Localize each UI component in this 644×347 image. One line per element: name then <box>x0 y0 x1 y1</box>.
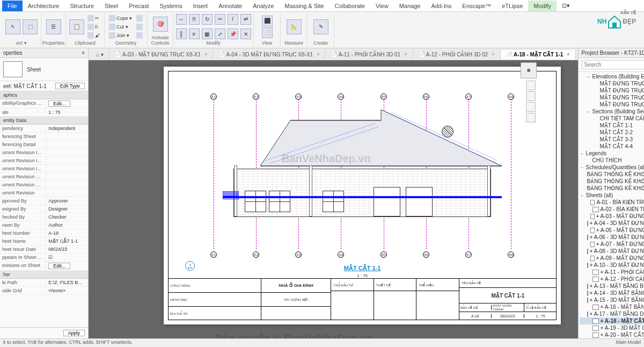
apply-button[interactable]: Apply <box>63 330 85 336</box>
tree-item[interactable]: −Sections (Building Section) <box>580 108 644 115</box>
tree-item[interactable]: + A-12 - PHỐI CẢNH 3D 02 <box>580 276 644 283</box>
property-row[interactable]: pproved ByApprover <box>0 197 88 205</box>
view-tab[interactable]: 📄 A-12 - PHỐI CẢNH 3D 02× <box>413 50 501 59</box>
create-icon[interactable]: ✎ <box>313 19 328 34</box>
copy-icon[interactable]: ⎘ <box>86 23 101 31</box>
edit-button[interactable]: Edit... <box>48 100 70 107</box>
tree-item[interactable]: + A-19 - 3D MẶT CẮT 1-1 <box>580 324 644 331</box>
tree-item[interactable]: + A-15 - 3D MẶT BẰNG BỐ TRÍ VẬT DỤNG <box>580 297 644 303</box>
tree-item[interactable]: + A-16 - MẶT BẰNG LÁT GẠCH <box>580 303 644 310</box>
ribbon-tab-etlipse[interactable]: eTLipse <box>496 1 528 11</box>
ribbon-tab-steel[interactable]: Steel <box>99 1 123 11</box>
view-tab[interactable]: 📄 A-04 - 3D MẶT ĐỨNG TRỤC X8-X1× <box>213 50 325 59</box>
tree-item[interactable]: MẶT ĐỨNG TRỤC Y1-Y7 <box>580 94 644 101</box>
array-icon[interactable]: ▦ <box>202 28 213 39</box>
zoom-icon[interactable] <box>526 102 536 112</box>
activate-icon[interactable]: 🎯 <box>153 17 168 32</box>
property-row[interactable]: esigned ByDesigner <box>0 205 88 213</box>
tree-item[interactable]: CHÚ THÍCH <box>580 157 644 164</box>
tree-item[interactable]: MẶT ĐỨNG TRỤC X1-X8 <box>580 80 644 87</box>
ribbon-tab-architecture[interactable]: Architecture <box>23 1 65 11</box>
ribbon-tab-massingsite[interactable]: Massing & Site <box>279 1 329 11</box>
tree-item[interactable]: + A-08 - 3D MẶT ĐỨNG TRỤC Y7-Y1 <box>580 248 644 255</box>
properties-icon[interactable]: ☰ <box>46 19 61 34</box>
property-row[interactable]: pendencyIndependent <box>0 125 88 133</box>
view-tab[interactable]: 📄 A-11 - PHỐI CẢNH 3D 01× <box>325 50 413 59</box>
delete-icon[interactable]: ✕ <box>240 28 251 39</box>
property-row[interactable]: heet NameMẶT CẮT 1-1 <box>0 237 88 245</box>
property-row[interactable]: urrent Revision Date <box>0 173 88 181</box>
copy-icon[interactable]: ⎘ <box>189 14 200 25</box>
tree-item[interactable]: MẶT CẮT 4-4 <box>580 143 644 150</box>
tree-item[interactable]: + A-09 - MẶT ĐỨNG TRỤC X1-X8 <box>580 255 644 262</box>
property-row[interactable]: urrent Revision Issued To <box>0 165 88 173</box>
offset-icon[interactable]: ║ <box>176 28 187 39</box>
view-tab-home[interactable]: ⌂ ▾ <box>91 50 109 59</box>
tree-item[interactable]: + A-17 - MẶT BẰNG DIỆN TÍCH SỬ DỤNG <box>580 310 644 317</box>
ribbon-tab-modify[interactable]: Modify <box>528 1 556 11</box>
close-tab-icon[interactable]: × <box>567 52 569 57</box>
nav-wheel-icon[interactable] <box>526 81 536 90</box>
close-tab-icon[interactable]: × <box>492 52 494 57</box>
ribbon-tab-addins[interactable]: Add-Ins <box>426 1 457 11</box>
orbit-icon[interactable] <box>526 113 536 122</box>
property-row[interactable]: heet NumberA-18 <box>0 229 88 237</box>
ribbon-tab-insert[interactable]: Insert <box>188 1 214 11</box>
tree-item[interactable]: MẶT ĐỨNG TRỤC Y7-Y1 <box>580 101 644 108</box>
view-cube[interactable]: ▦ <box>521 62 537 78</box>
tree-item[interactable]: + A-07 - MẶT ĐỨNG TRỤC Y7-Y1 <box>580 241 644 248</box>
tree-item[interactable]: + A-06 - 3D MẶT ĐỨNG TRỤC Y1-Y7 <box>580 234 644 241</box>
tree-item[interactable]: MẶT CẮT 3-3 <box>580 136 644 143</box>
split-icon[interactable]: / <box>228 14 238 25</box>
tree-item[interactable]: BẢNG THỐNG KÊ KHỐI LƯỢNG GẠCH ỐNG T <box>580 185 644 192</box>
ribbon-tab-annotate[interactable]: Annotate <box>213 1 247 11</box>
rotate-icon[interactable]: ↻ <box>202 14 213 25</box>
property-row[interactable]: urrent Revision Issued <box>0 149 88 157</box>
ribbon-tab-precast[interactable]: Precast <box>123 1 154 11</box>
modify-icon[interactable]: ↖ <box>5 19 20 34</box>
property-row[interactable]: ppears In Sheet List☑ <box>0 254 88 262</box>
tree-item[interactable]: −Elevations (Building Elevation) <box>580 73 644 80</box>
view-tab[interactable]: 📄 A-18 - MẶT CẮT 1-1× <box>501 50 576 59</box>
trim-icon[interactable]: ✂ <box>215 14 225 25</box>
tree-item[interactable]: + A-05 - MẶT ĐỨNG TRỤC Y1-Y7 <box>580 227 644 234</box>
ribbon-tab-view[interactable]: View <box>370 1 394 11</box>
tree-item[interactable]: MẶT CẮT 2-2 <box>580 129 644 136</box>
measure-icon[interactable]: 📐 <box>287 19 302 34</box>
property-row[interactable]: rawn ByAuthor <box>0 221 88 229</box>
pan-icon[interactable] <box>526 91 536 101</box>
search-input[interactable] <box>582 60 644 69</box>
tree-item[interactable]: BẢNG THỐNG KÊ KHỐI LƯỢNG GẠCH ỐNG <box>580 178 644 185</box>
tree-item[interactable]: BẢNG THỐNG KÊ KHỐI LƯỢNG GẠCH THẺ T <box>580 171 644 178</box>
property-row[interactable]: ale1 : 75 <box>0 109 88 117</box>
property-row[interactable]: ferencing Sheet <box>0 133 88 141</box>
property-row[interactable]: sibility/Graphics Overrid...Edit... <box>0 99 88 109</box>
cut-geom-btn[interactable]: Cut ▾ <box>108 23 133 31</box>
ribbon-tab-collaborate[interactable]: Collaborate <box>330 1 370 11</box>
join-btn[interactable]: Join ▾ <box>108 32 133 39</box>
property-row[interactable]: evisions on SheetEdit... <box>0 262 88 271</box>
cut-icon[interactable]: ✂ <box>86 15 101 22</box>
edit-type-button[interactable]: Edit Type <box>55 83 85 89</box>
tree-item[interactable]: CHI TIẾT TAM CẤP <box>580 115 644 122</box>
property-row[interactable]: urrent Revision Descripti... <box>0 181 88 189</box>
close-tab-icon[interactable]: × <box>204 52 207 57</box>
cope-btn[interactable]: Cope ▾ <box>108 15 133 22</box>
ribbon-tab-structure[interactable]: Structure <box>64 1 99 11</box>
close-icon[interactable]: × <box>82 50 85 56</box>
ribbon-tab-enscape[interactable]: Enscape™ <box>457 1 496 11</box>
pin-icon[interactable]: 📌 <box>228 28 238 39</box>
ribbon-tab-manage[interactable]: Manage <box>394 1 426 11</box>
property-row[interactable]: ferencing Detail <box>0 141 88 149</box>
paste-icon[interactable]: 📋 <box>69 19 84 34</box>
select-icon[interactable]: ⬚ <box>23 19 38 34</box>
type-selector[interactable]: Sheet <box>0 58 88 81</box>
property-row[interactable]: hecked ByChecker <box>0 213 88 221</box>
scale-icon[interactable]: ⤢ <box>215 28 225 39</box>
tree-item[interactable]: + A-18 - MẶT CẮT 1-1 <box>580 317 644 324</box>
property-row[interactable]: heet Issue Date08/24/23 <box>0 245 88 254</box>
property-row[interactable]: le PathE:\Z. FILES BUON BAN\NH... <box>0 279 88 287</box>
tree-item[interactable]: MẶT ĐỨNG TRỤC X8-X1 <box>580 87 644 94</box>
tree-item[interactable]: A-02 - BÌA KIẾN TRÚC <box>580 206 644 213</box>
tree-item[interactable]: −Sheets (all) <box>580 192 644 199</box>
